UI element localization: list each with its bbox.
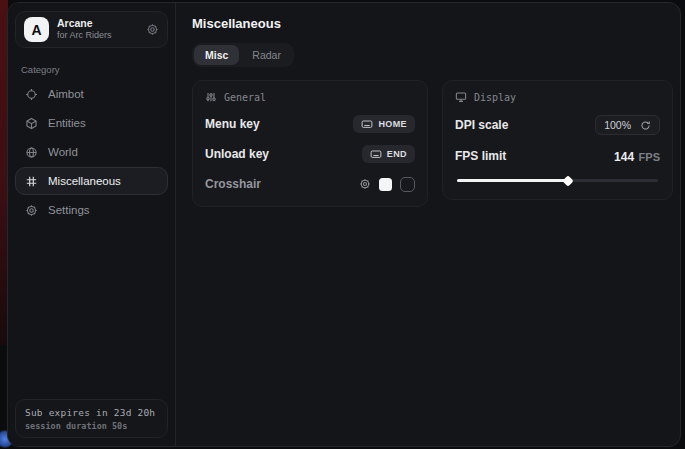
display-card: Display DPI scale 100% FPS limit: [442, 80, 673, 200]
fps-limit-value-group: 144 FPS: [614, 147, 660, 165]
fps-limit-slider[interactable]: [455, 174, 660, 186]
general-card-header: General: [205, 91, 415, 103]
sidebar-item-label: World: [48, 146, 78, 158]
fps-slider-fill: [457, 179, 570, 182]
crosshair-controls: [359, 177, 415, 192]
general-card-title: General: [224, 92, 266, 103]
refresh-icon[interactable]: [640, 120, 651, 131]
app-window: A Arcane for Arc Riders Category: [7, 2, 681, 447]
profile-card[interactable]: A Arcane for Arc Riders: [15, 11, 168, 48]
crosshair-row: Crosshair: [205, 175, 415, 193]
general-card: General Menu key HOME Unload key: [192, 80, 428, 207]
fps-limit-unit: FPS: [639, 151, 660, 163]
monitor-icon: [455, 91, 467, 103]
fps-limit-label: FPS limit: [455, 149, 506, 163]
category-label: Category: [21, 64, 162, 75]
brand-name: Arcane: [57, 17, 112, 30]
sidebar-item-label: Entities: [48, 117, 86, 129]
tab-misc[interactable]: Misc: [194, 45, 239, 65]
crosshair-checkbox[interactable]: [400, 177, 415, 192]
profile-gear-icon[interactable]: [146, 23, 159, 36]
crosshair-settings-gear-icon[interactable]: [359, 178, 371, 190]
menu-key-row: Menu key HOME: [205, 115, 415, 133]
dpi-scale-control[interactable]: 100%: [595, 115, 660, 135]
page-title: Miscellaneous: [192, 16, 673, 31]
dpi-scale-value: 100%: [604, 119, 631, 131]
sidebar-nav: Aimbot Entities World: [15, 80, 168, 224]
sidebar-item-entities[interactable]: Entities: [15, 109, 168, 137]
fps-limit-row: FPS limit 144 FPS: [455, 147, 660, 165]
dpi-scale-row: DPI scale 100%: [455, 115, 660, 135]
fps-slider-thumb[interactable]: [562, 175, 573, 186]
unload-key-row: Unload key END: [205, 145, 415, 163]
menu-key-value: HOME: [378, 119, 407, 129]
sidebar-item-settings[interactable]: Settings: [15, 196, 168, 224]
sidebar-item-label: Aimbot: [48, 88, 84, 100]
brand-text: Arcane for Arc Riders: [57, 17, 112, 41]
brand-subtitle: for Arc Riders: [57, 30, 112, 41]
keyboard-icon: [370, 148, 382, 160]
crosshair-color-swatch[interactable]: [379, 178, 392, 191]
sidebar-item-label: Settings: [48, 204, 90, 216]
unload-key-value: END: [387, 149, 407, 159]
sidebar: A Arcane for Arc Riders Category: [8, 3, 176, 446]
gear-icon: [25, 204, 38, 217]
sidebar-item-miscellaneous[interactable]: Miscellaneous: [15, 167, 168, 195]
keyboard-icon: [361, 118, 373, 130]
app-logo: A: [24, 17, 49, 42]
display-card-header: Display: [455, 91, 660, 103]
sidebar-item-label: Miscellaneous: [48, 175, 121, 187]
session-duration-text: session duration 50s: [25, 421, 158, 431]
menu-key-label: Menu key: [205, 117, 260, 131]
tab-radar[interactable]: Radar: [241, 45, 292, 65]
dpi-scale-label: DPI scale: [455, 118, 508, 132]
menu-key-bind-button[interactable]: HOME: [353, 115, 415, 133]
sub-expiry-text: Sub expires in 23d 20h: [25, 407, 158, 418]
grid-icon: [25, 175, 38, 188]
fps-limit-value: 144: [614, 150, 634, 164]
globe-icon: [25, 146, 38, 159]
unload-key-bind-button[interactable]: END: [362, 145, 415, 163]
sidebar-item-aimbot[interactable]: Aimbot: [15, 80, 168, 108]
cards-row: General Menu key HOME Unload key: [192, 80, 673, 207]
subscription-info-box: Sub expires in 23d 20h session duration …: [15, 399, 168, 438]
main-content: Miscellaneous Misc Radar General: [176, 3, 681, 446]
sliders-icon: [205, 91, 217, 103]
unload-key-label: Unload key: [205, 147, 269, 161]
sidebar-item-world[interactable]: World: [15, 138, 168, 166]
crosshair-icon: [25, 88, 38, 101]
tab-bar: Misc Radar: [192, 43, 294, 67]
display-card-title: Display: [474, 92, 516, 103]
cube-icon: [25, 117, 38, 130]
crosshair-label: Crosshair: [205, 177, 261, 191]
